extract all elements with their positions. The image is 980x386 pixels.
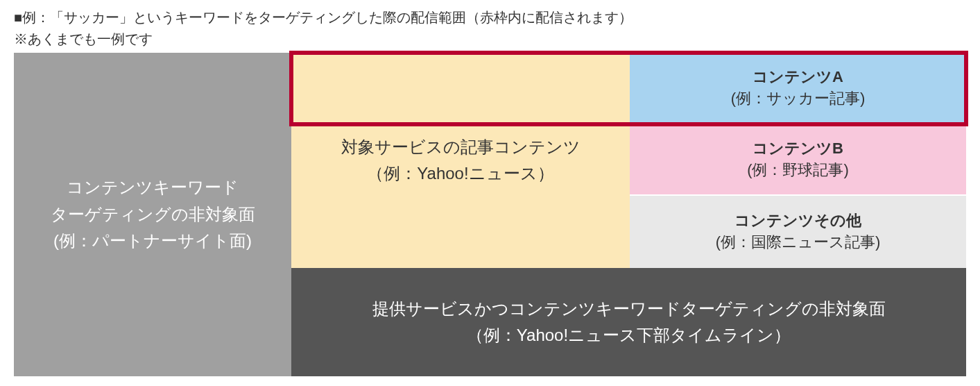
content-a-title: コンテンツA (753, 67, 843, 88)
header-example-text: ■例：「サッカー」というキーワードをターゲティングした際の配信範囲（赤枠内に配信… (14, 8, 966, 27)
bottom-line2: （例：Yahoo!ニュース下部タイムライン） (467, 322, 791, 349)
non-target-line1: コンテンツキーワード (67, 174, 239, 201)
non-target-partner-cell: コンテンツキーワード ターゲティングの非対象面 (例：パートナーサイト面) (14, 53, 291, 376)
content-stack: コンテンツA (例：サッカー記事) コンテンツB (例：野球記事) コンテンツそ… (630, 53, 966, 268)
non-target-line2: ターゲティングの非対象面 (51, 201, 255, 228)
content-b-cell: コンテンツB (例：野球記事) (630, 124, 966, 196)
right-column: 対象サービスの記事コンテンツ （例：Yahoo!ニュース） コンテンツA (例：… (291, 53, 966, 376)
non-target-line3: (例：パートナーサイト面) (53, 228, 252, 254)
content-b-example: (例：野球記事) (747, 160, 849, 181)
target-service-cell: 対象サービスの記事コンテンツ （例：Yahoo!ニュース） (291, 53, 630, 268)
header-note-text: ※あくまでも一例です (14, 30, 966, 49)
top-row: 対象サービスの記事コンテンツ （例：Yahoo!ニュース） コンテンツA (例：… (291, 53, 966, 268)
content-b-title: コンテンツB (753, 138, 843, 160)
content-a-example: (例：サッカー記事) (731, 88, 866, 110)
content-other-example: (例：国際ニュース記事) (716, 232, 881, 253)
targeting-diagram: コンテンツキーワード ターゲティングの非対象面 (例：パートナーサイト面) 対象… (14, 53, 966, 376)
content-other-cell: コンテンツその他 (例：国際ニュース記事) (630, 196, 966, 268)
bottom-line1: 提供サービスかつコンテンツキーワードターゲティングの非対象面 (372, 296, 886, 322)
content-other-title: コンテンツその他 (734, 210, 861, 232)
target-service-line2: （例：Yahoo!ニュース） (367, 160, 553, 187)
content-a-cell: コンテンツA (例：サッカー記事) (630, 53, 966, 124)
target-service-line1: 対象サービスの記事コンテンツ (341, 134, 581, 160)
non-target-timeline-cell: 提供サービスかつコンテンツキーワードターゲティングの非対象面 （例：Yahoo!… (291, 268, 966, 376)
